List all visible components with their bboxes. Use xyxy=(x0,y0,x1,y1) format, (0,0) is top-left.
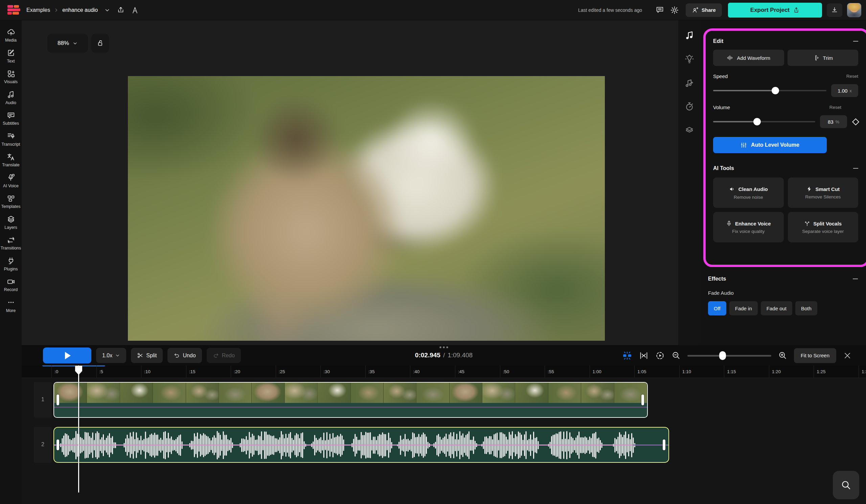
sidebar-item-record[interactable]: Record xyxy=(0,274,22,296)
clean-audio-label: Clean Audio xyxy=(739,186,768,192)
volume-reset-button[interactable]: Reset xyxy=(830,105,841,110)
fit-to-screen-button[interactable]: Fit to Screen xyxy=(794,348,836,363)
sidebar-item-subtitles[interactable]: Subtitles xyxy=(0,108,22,129)
sidebar-item-templates[interactable]: Templates xyxy=(0,191,22,212)
audio-clip-left-trim-handle[interactable] xyxy=(56,439,59,450)
timeline-zoom-slider[interactable] xyxy=(687,352,771,359)
preview-canvas: 88% xyxy=(22,20,678,345)
sidebar-item-label: Transitions xyxy=(1,246,21,251)
timeline-zoom-handle[interactable] xyxy=(719,351,726,360)
current-time: 0:02.945 xyxy=(415,352,441,359)
user-avatar[interactable] xyxy=(847,3,861,17)
volume-value-field[interactable]: 83 % xyxy=(820,115,847,128)
canvas-zoom-dropdown[interactable]: 88% xyxy=(47,34,88,53)
font-tool-icon[interactable] xyxy=(131,6,139,14)
panel-tab-lightbulb-icon[interactable] xyxy=(684,54,695,64)
collapse-ai-tools-icon[interactable] xyxy=(853,168,858,169)
sidebar-item-layers[interactable]: Layers xyxy=(0,212,22,233)
timeline-ruler[interactable]: :0:5:10:15:20:25:30:35:40:45:50:551:001:… xyxy=(22,365,866,378)
panel-tab-stopwatch-icon[interactable] xyxy=(684,101,695,112)
ruler-tick: :10 xyxy=(141,365,151,378)
breadcrumb-root[interactable]: Examples xyxy=(26,7,50,13)
app-window: Examples enhance audio Last edited a few… xyxy=(0,0,866,504)
fade-option-off[interactable]: Off xyxy=(708,301,726,316)
fade-option-both[interactable]: Both xyxy=(795,301,817,316)
sidebar-item-aivoice[interactable]: AI Voice xyxy=(0,171,22,192)
speed-slider[interactable] xyxy=(713,87,826,94)
sidebar-item-text[interactable]: Text xyxy=(0,46,22,67)
jump-to-edit-icon[interactable] xyxy=(639,351,648,360)
video-preview[interactable] xyxy=(128,76,605,341)
redo-button[interactable]: Redo xyxy=(207,348,241,363)
speed-unit: x xyxy=(850,88,852,93)
loop-playback-icon[interactable] xyxy=(655,351,665,360)
comments-icon[interactable] xyxy=(656,6,664,14)
waveform-icon xyxy=(726,55,733,61)
video-clip-right-trim-handle[interactable] xyxy=(641,394,644,405)
playback-bar: 1.0x Split Undo Redo 0:02.945 / 1:09.408 xyxy=(22,345,866,365)
sidebar-item-more[interactable]: More xyxy=(0,296,22,317)
keyframe-diamond-icon[interactable] xyxy=(852,118,859,125)
enhance-voice-button[interactable]: Enhance Voice Fix voice quality xyxy=(713,212,784,242)
collapse-effects-icon[interactable] xyxy=(853,278,858,279)
add-waveform-label: Add Waveform xyxy=(737,55,770,61)
trim-button[interactable]: Trim xyxy=(788,50,858,66)
sidebar-item-plugins[interactable]: Plugins xyxy=(0,254,22,275)
export-project-button[interactable]: Export Project xyxy=(728,3,822,18)
sidebar-item-media[interactable]: Media xyxy=(0,25,22,46)
auto-level-volume-button[interactable]: Auto Level Volume xyxy=(713,137,827,153)
split-label: Split xyxy=(146,353,157,359)
video-clip-volume-line[interactable] xyxy=(54,406,647,408)
audio-clip[interactable] xyxy=(54,427,669,463)
timeline-search-button[interactable] xyxy=(833,471,859,499)
effects-section: Effects Fade Audio OffFade inFade outBot… xyxy=(708,276,858,316)
playback-speed-dropdown[interactable]: 1.0x xyxy=(96,348,126,363)
split-vocals-button[interactable]: Split Vocals Separate voice layer xyxy=(788,212,858,242)
clean-audio-button[interactable]: Clean Audio Remove noise xyxy=(713,177,784,208)
sidebar-item-transitions[interactable]: Transitions xyxy=(0,233,22,254)
fade-audio-options: OffFade inFade outBoth xyxy=(708,301,858,316)
track-2-number: 2 xyxy=(34,442,52,448)
zoom-in-icon[interactable] xyxy=(778,351,787,360)
fade-option-fade-in[interactable]: Fade in xyxy=(729,301,758,316)
sidebar-item-visuals[interactable]: Visuals xyxy=(0,67,22,88)
sidebar-item-translate[interactable]: Translate xyxy=(0,150,22,171)
zoom-out-icon[interactable] xyxy=(671,351,681,360)
audio-clip-volume-line-active[interactable] xyxy=(54,445,633,446)
volume-unit: % xyxy=(835,119,840,124)
sidebar-item-audio[interactable]: Audio xyxy=(0,88,22,108)
close-timeline-tools-icon[interactable] xyxy=(843,351,852,360)
fade-option-fade-out[interactable]: Fade out xyxy=(761,301,792,316)
download-icon[interactable] xyxy=(827,3,842,17)
collapse-edit-icon[interactable] xyxy=(853,41,858,42)
split-button[interactable]: Split xyxy=(131,348,163,363)
snap-toggle-icon[interactable] xyxy=(622,351,632,361)
sidebar-item-label: Visuals xyxy=(4,79,18,84)
speed-slider-handle[interactable] xyxy=(771,87,779,94)
video-clip[interactable] xyxy=(54,382,648,418)
panel-tab-music-sparkle-icon[interactable] xyxy=(684,78,695,88)
upload-icon[interactable] xyxy=(117,6,125,14)
panel-tab-music-note-icon[interactable] xyxy=(684,31,695,41)
volume-slider-handle[interactable] xyxy=(753,118,761,125)
more-icon xyxy=(7,298,15,307)
play-button[interactable] xyxy=(43,347,91,363)
add-waveform-button[interactable]: Add Waveform xyxy=(713,50,784,66)
app-logo-icon[interactable] xyxy=(8,5,20,15)
timeline: :0:5:10:15:20:25:30:35:40:45:50:551:001:… xyxy=(22,365,866,504)
volume-slider[interactable] xyxy=(713,118,815,125)
unlock-icon[interactable] xyxy=(91,34,109,53)
panel-tab-layers-flat-icon[interactable] xyxy=(684,125,695,135)
speed-value-field[interactable]: 1.00 x xyxy=(831,84,858,97)
share-button[interactable]: Share xyxy=(686,3,722,17)
audio-waveform xyxy=(56,429,665,463)
audio-clip-right-trim-handle[interactable] xyxy=(663,439,665,450)
smart-cut-button[interactable]: Smart Cut Remove Silences xyxy=(788,177,858,208)
undo-button[interactable]: Undo xyxy=(167,348,202,363)
video-clip-left-trim-handle[interactable] xyxy=(56,394,59,405)
speed-reset-button[interactable]: Reset xyxy=(846,74,858,79)
video-clip-filmstrip xyxy=(54,383,647,403)
settings-gear-icon[interactable] xyxy=(670,6,679,14)
project-menu-chevron-icon[interactable] xyxy=(104,7,111,13)
sidebar-item-transcript[interactable]: Transcript xyxy=(0,129,22,150)
